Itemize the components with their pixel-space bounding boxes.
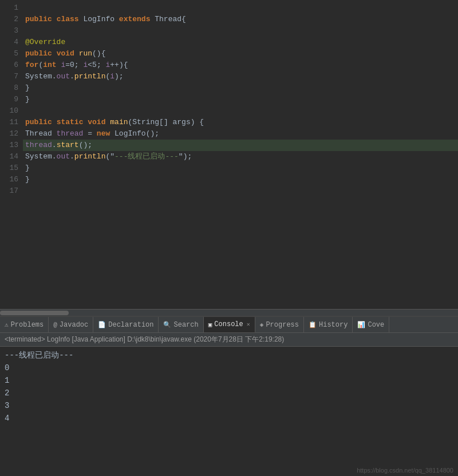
- line-number: 1: [0, 2, 18, 14]
- cove-tab-icon: 📊: [357, 321, 365, 328]
- line-number: 2: [0, 14, 18, 25]
- line-number: 12: [0, 128, 18, 140]
- console-line: 3: [5, 399, 453, 412]
- tab-declaration[interactable]: 📄Declaration: [93, 317, 159, 333]
- console-tab-icon: ▣: [208, 321, 212, 328]
- progress-tab-label: Progress: [266, 321, 299, 329]
- bottom-wrapper: ---线程已启动---01234 https://blog.csdn.net/q…: [0, 347, 458, 476]
- console-tab-close[interactable]: ✕: [247, 321, 250, 328]
- line-number: 3: [0, 25, 18, 37]
- problems-tab-icon: ⚠: [5, 321, 9, 328]
- console-line: 2: [5, 387, 453, 399]
- console-line: 0: [5, 362, 453, 374]
- console-line: ---线程已启动---: [5, 349, 453, 362]
- bottom-panel: ⚠Problems@Javadoc📄Declaration🔍Search▣Con…: [0, 316, 458, 476]
- line-number: 10: [0, 105, 18, 117]
- console-line: 4: [5, 412, 453, 425]
- tab-console[interactable]: ▣Console✕: [204, 317, 255, 333]
- history-tab-label: History: [319, 321, 348, 329]
- console-tab-label: Console: [214, 320, 243, 328]
- code-line: @Override: [23, 37, 458, 48]
- cove-tab-label: Cove: [368, 321, 384, 329]
- javadoc-tab-icon: @: [53, 322, 57, 328]
- line-number: 14: [0, 151, 18, 162]
- code-line: thread.start();: [23, 140, 458, 151]
- line-number: 5: [0, 48, 18, 60]
- declaration-tab-icon: 📄: [98, 321, 106, 328]
- line-number: 8: [0, 82, 18, 94]
- code-line: [23, 25, 458, 37]
- code-line: Thread thread = new LogInfo();: [23, 128, 458, 140]
- tab-javadoc[interactable]: @Javadoc: [49, 317, 93, 333]
- code-line: public void run(){: [23, 48, 458, 60]
- editor-scrollbar[interactable]: [0, 309, 458, 316]
- tab-bar: ⚠Problems@Javadoc📄Declaration🔍Search▣Con…: [0, 317, 458, 333]
- code-line: [23, 2, 458, 14]
- line-number: 4: [0, 37, 18, 48]
- line-number: 17: [0, 185, 18, 197]
- editor-area: 1234567891011121314151617 public class L…: [0, 0, 458, 309]
- search-tab-label: Search: [173, 321, 198, 329]
- code-line: [23, 185, 458, 197]
- code-line: for(int i=0; i<5; i++){: [23, 60, 458, 71]
- line-number: 9: [0, 94, 18, 105]
- code-line: System.out.println("---线程已启动---");: [23, 151, 458, 162]
- console-output: ---线程已启动---01234: [0, 347, 458, 476]
- code-line: }: [23, 174, 458, 185]
- line-number: 15: [0, 162, 18, 174]
- tab-search[interactable]: 🔍Search: [159, 317, 203, 333]
- editor-scrollbar-thumb[interactable]: [0, 311, 69, 315]
- code-line: [23, 105, 458, 117]
- line-number: 16: [0, 174, 18, 185]
- tab-problems[interactable]: ⚠Problems: [0, 317, 49, 333]
- tab-history[interactable]: 📋History: [304, 317, 353, 333]
- watermark: https://blog.csdn.net/qq_38114800: [357, 467, 453, 474]
- line-number: 13: [0, 140, 18, 151]
- console-header: <terminated> LogInfo [Java Application] …: [0, 333, 458, 347]
- search-tab-icon: 🔍: [163, 321, 171, 328]
- tab-cove[interactable]: 📊Cove: [353, 317, 389, 333]
- tab-progress[interactable]: ◈Progress: [255, 317, 304, 333]
- code-lines: public class LogInfo extends Thread{ @Ov…: [23, 0, 458, 309]
- code-line: }: [23, 94, 458, 105]
- declaration-tab-label: Declaration: [108, 321, 153, 329]
- code-line: System.out.println(i);: [23, 71, 458, 82]
- code-line: public static void main(String[] args) {: [23, 117, 458, 128]
- line-number: 6: [0, 60, 18, 71]
- line-numbers: 1234567891011121314151617: [0, 0, 23, 309]
- code-line: }: [23, 162, 458, 174]
- code-container: 1234567891011121314151617 public class L…: [0, 0, 458, 309]
- progress-tab-icon: ◈: [260, 321, 264, 328]
- console-line: 1: [5, 374, 453, 387]
- code-line: public class LogInfo extends Thread{: [23, 14, 458, 25]
- code-line: }: [23, 82, 458, 94]
- problems-tab-label: Problems: [11, 321, 44, 329]
- line-number: 11: [0, 117, 18, 128]
- line-number: 7: [0, 71, 18, 82]
- javadoc-tab-label: Javadoc: [60, 321, 88, 329]
- history-tab-icon: 📋: [309, 321, 317, 328]
